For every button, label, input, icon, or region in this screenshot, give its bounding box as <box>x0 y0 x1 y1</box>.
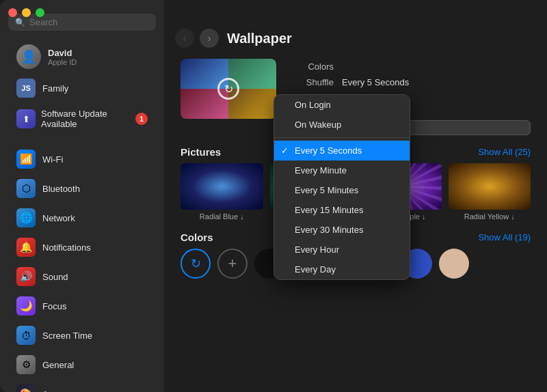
search-input[interactable] <box>29 17 149 27</box>
sidebar-label-general: General <box>42 360 74 370</box>
update-icon: ⬆ <box>16 109 36 128</box>
family-label: Family <box>42 83 68 94</box>
page-title: Wallpaper <box>227 31 292 46</box>
traffic-lights <box>8 8 44 17</box>
colors-section-title: Colors <box>181 232 213 243</box>
sidebar-item-focus[interactable]: 🌙 Focus <box>5 292 159 320</box>
appearance-icon: 🎨 <box>16 384 36 392</box>
general-icon: ⚙ <box>16 355 36 374</box>
sidebar-item-general[interactable]: ⚙ General <box>5 350 159 379</box>
sidebar-label-wifi: Wi-Fi <box>42 154 63 165</box>
back-button[interactable]: ‹ <box>175 29 194 48</box>
dropdown-item-every-minute[interactable]: Every Minute <box>274 160 410 180</box>
wifi-icon: 📶 <box>16 150 36 169</box>
sidebar-label-appearance: Appearance <box>42 389 90 393</box>
pictures-show-all[interactable]: Show All (25) <box>478 147 531 157</box>
dropdown-item-on-login[interactable]: On Login <box>274 95 410 115</box>
wallpaper-sync-icon: ↻ <box>217 78 239 100</box>
screentime-icon: ⏱ <box>16 326 36 345</box>
update-text: Software Update Available <box>41 109 130 129</box>
shuffle-label: Shuffle <box>293 77 334 87</box>
sidebar-nav: 📶 Wi-Fi ⬡ Bluetooth 🌐 Network 🔔 Notifica… <box>0 144 164 392</box>
shuffle-dropdown: On LoginOn WakeupEvery 5 SecondsEvery Mi… <box>274 94 410 280</box>
user-info: David Apple ID <box>48 48 77 66</box>
maximize-button[interactable] <box>36 8 44 17</box>
sidebar-item-software-update[interactable]: ⬆ Software Update Available 1 <box>5 104 159 133</box>
main-header: ‹ › Wallpaper <box>164 19 547 53</box>
sidebar-label-focus: Focus <box>42 301 66 311</box>
user-sub: Apple ID <box>48 58 77 66</box>
notif-icon: 🔔 <box>16 238 36 257</box>
colors-option-row: Colors <box>293 61 531 72</box>
colors-label: Colors <box>293 61 334 72</box>
focus-icon: 🌙 <box>16 296 36 316</box>
minimize-button[interactable] <box>22 8 31 17</box>
shuffle-option-row: Shuffle Every 5 Seconds <box>293 77 531 87</box>
dropdown-item-every-30-minutes[interactable]: Every 30 Minutes <box>274 220 410 240</box>
picture-radial-yellow[interactable]: Radial Yellow ↓ <box>449 163 531 221</box>
dropdown-item-every-5-seconds[interactable]: Every 5 Seconds <box>274 141 410 160</box>
picture-label-radial-blue: Radial Blue ↓ <box>181 212 263 221</box>
color-shuffle-button[interactable]: ↻ <box>181 249 211 279</box>
sidebar-item-user[interactable]: David Apple ID <box>5 39 159 74</box>
color-swatch-peach[interactable] <box>439 249 469 279</box>
search-icon: 🔍 <box>15 18 25 27</box>
colors-show-all[interactable]: Show All (19) <box>478 232 531 242</box>
update-badge: 1 <box>135 113 148 125</box>
close-button[interactable] <box>8 8 17 17</box>
sidebar-label-network: Network <box>42 213 75 223</box>
family-badge: JS <box>16 79 36 98</box>
dropdown-item-every-5-minutes[interactable]: Every 5 Minutes <box>274 180 410 200</box>
dropdown-item-on-wakeup[interactable]: On Wakeup <box>274 115 410 135</box>
sidebar-item-bluetooth[interactable]: ⬡ Bluetooth <box>5 174 159 203</box>
sidebar-item-wifi[interactable]: 📶 Wi-Fi <box>5 145 159 173</box>
picture-label-radial-yellow: Radial Yellow ↓ <box>449 212 531 221</box>
sidebar-label-bluetooth: Bluetooth <box>42 184 80 194</box>
sidebar-label-screentime: Screen Time <box>42 331 92 341</box>
avatar <box>16 44 41 69</box>
forward-button[interactable]: › <box>200 29 219 48</box>
sidebar-label-notif: Notifications <box>42 242 91 253</box>
sidebar-item-family[interactable]: JS Family <box>5 74 159 102</box>
network-icon: 🌐 <box>16 208 36 227</box>
sidebar-item-screentime[interactable]: ⏱ Screen Time <box>5 321 159 350</box>
main-content: ‹ › Wallpaper ↻ Colors <box>164 0 547 392</box>
user-name: David <box>48 48 77 58</box>
picture-thumb-radial-blue <box>181 163 263 210</box>
dropdown-item-every-15-minutes[interactable]: Every 15 Minutes <box>274 200 410 220</box>
sidebar-label-sound: Sound <box>42 272 68 282</box>
sidebar-item-network[interactable]: 🌐 Network <box>5 204 159 232</box>
dropdown-item-every-hour[interactable]: Every Hour <box>274 240 410 260</box>
sound-icon: 🔊 <box>16 267 36 286</box>
pictures-section-title: Pictures <box>181 146 221 158</box>
dropdown-item-every-day[interactable]: Every Day <box>274 260 410 279</box>
wallpaper-preview[interactable]: ↻ <box>181 59 276 119</box>
color-add-button[interactable]: + <box>217 249 248 279</box>
picture-radial-blue[interactable]: Radial Blue ↓ <box>181 163 263 221</box>
sidebar-item-appearance[interactable]: 🎨 Appearance <box>5 380 159 392</box>
sidebar: 🔍 David Apple ID JS Family ⬆ Software Up… <box>0 0 164 392</box>
shuffle-value: Every 5 Seconds <box>342 77 409 87</box>
sidebar-item-sound[interactable]: 🔊 Sound <box>5 262 159 291</box>
sidebar-item-notif[interactable]: 🔔 Notifications <box>5 233 159 262</box>
main-body: ↻ Colors Shuffle Every 5 Seconds Show on… <box>164 53 547 392</box>
picture-thumb-radial-yellow <box>449 163 531 210</box>
bluetooth-icon: ⬡ <box>16 179 36 198</box>
